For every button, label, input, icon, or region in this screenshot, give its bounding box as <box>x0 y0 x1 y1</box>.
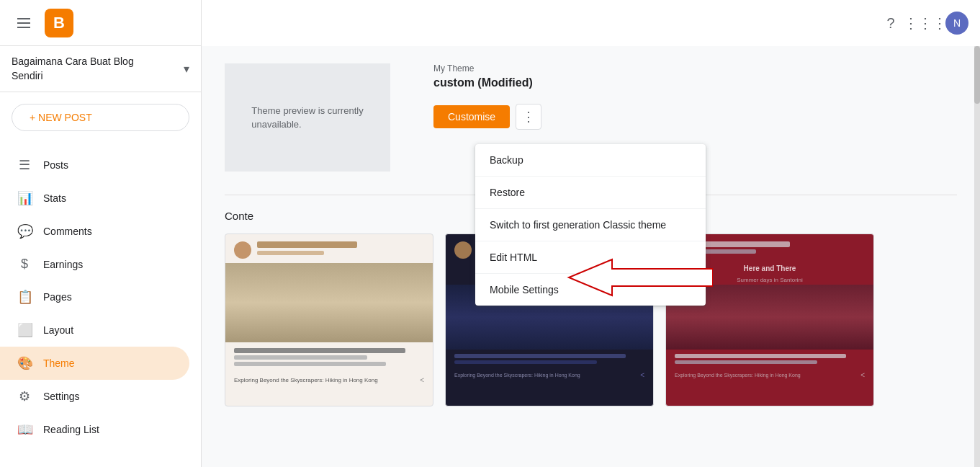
main-content: ? ⋮⋮⋮ N Theme preview is currently unava… <box>202 0 980 467</box>
posts-label: Posts <box>43 159 68 171</box>
comments-label: Comments <box>43 226 92 237</box>
stats-label: Stats <box>43 192 66 204</box>
sidebar-nav: ☰ Posts 📊 Stats 💬 Comments $ Earnings 📋 … <box>0 143 201 467</box>
sidebar: B Bagaimana Cara Buat Blog Sendiri ▾ + N… <box>0 0 202 467</box>
dropdown-item-restore[interactable]: Restore <box>475 177 706 209</box>
sidebar-item-comments[interactable]: 💬 Comments <box>0 215 189 248</box>
card-avatar-1 <box>234 241 251 259</box>
earnings-icon: $ <box>17 257 32 272</box>
reading-list-label: Reading List <box>43 424 99 435</box>
card-caption-2: Exploring Beyond the Skyscrapers: Hiking… <box>454 373 580 378</box>
my-theme-label: My Theme <box>433 63 541 74</box>
posts-icon: ☰ <box>17 157 32 173</box>
stats-icon: 📊 <box>17 190 32 206</box>
dropdown-item-switch-classic[interactable]: Switch to first generation Classic theme <box>475 209 706 241</box>
blogger-logo: B <box>45 9 73 37</box>
top-bar: ? ⋮⋮⋮ N <box>202 0 980 46</box>
card-footer-1: Exploring Beyond the Skyscrapers: Hiking… <box>225 372 433 388</box>
dropdown-menu: Backup Restore Switch to first generatio… <box>475 144 706 306</box>
scrollbar[interactable] <box>974 46 980 467</box>
dropdown-item-edit-html[interactable]: Edit HTML <box>475 241 706 274</box>
layout-icon: ⬜ <box>17 322 32 338</box>
my-theme-section: My Theme custom (Modified) Customise ⋮ <box>433 63 541 130</box>
dropdown-item-mobile-settings[interactable]: Mobile Settings <box>475 274 706 306</box>
sidebar-item-earnings[interactable]: $ Earnings <box>0 248 189 280</box>
sidebar-item-stats[interactable]: 📊 Stats <box>0 182 189 215</box>
layout-label: Layout <box>43 324 73 336</box>
sidebar-item-layout[interactable]: ⬜ Layout <box>0 313 189 347</box>
sidebar-item-reading-list[interactable]: 📖 Reading List <box>0 413 189 446</box>
theme-label: Theme <box>43 357 75 369</box>
more-dots-icon: ⋮ <box>522 109 535 125</box>
blog-title-area[interactable]: Bagaimana Cara Buat Blog Sendiri ▾ <box>0 46 201 92</box>
new-post-button[interactable]: + NEW POST <box>12 104 189 131</box>
theme-preview-box: Theme preview is currently unavailable. <box>225 63 390 172</box>
card-arrow-1: < <box>420 376 424 384</box>
sidebar-item-theme[interactable]: 🎨 Theme <box>0 347 189 380</box>
sidebar-header: B <box>0 0 201 46</box>
customize-button[interactable]: Customise <box>433 105 510 128</box>
scrollbar-thumb[interactable] <box>974 46 980 104</box>
customize-area: Customise ⋮ <box>433 104 541 130</box>
my-theme-name: custom (Modified) <box>433 76 541 89</box>
theme-icon: 🎨 <box>17 355 32 371</box>
card-caption-3: Exploring Beyond the Skyscrapers: Hiking… <box>675 373 801 378</box>
card-arrow-2: < <box>640 371 644 379</box>
pages-icon: 📋 <box>17 289 32 305</box>
more-options-button[interactable]: ⋮ <box>516 104 541 130</box>
dropdown-item-backup[interactable]: Backup <box>475 144 706 177</box>
blog-dropdown-icon[interactable]: ▾ <box>184 62 189 76</box>
card-footer-3: Exploring Beyond the Skyscrapers: Hiking… <box>666 368 873 382</box>
settings-icon: ⚙ <box>17 388 32 404</box>
sidebar-item-posts[interactable]: ☰ Posts <box>0 148 189 182</box>
preview-unavailable-text: Theme preview is currently unavailable. <box>240 92 374 143</box>
avatar[interactable]: N <box>945 12 968 35</box>
card-footer-2: Exploring Beyond the Skyscrapers: Hiking… <box>446 368 653 382</box>
card-caption-1: Exploring Beyond the Skyscrapers: Hiking… <box>234 377 378 383</box>
reading-list-icon: 📖 <box>17 422 32 437</box>
theme-preview-section: Theme preview is currently unavailable. <box>225 63 390 172</box>
settings-label: Settings <box>43 391 80 402</box>
card-arrow-3: < <box>860 371 865 379</box>
sidebar-item-settings[interactable]: ⚙ Settings <box>0 380 189 413</box>
earnings-label: Earnings <box>43 259 83 270</box>
blog-title: Bagaimana Cara Buat Blog Sendiri <box>12 55 134 83</box>
google-apps-button[interactable]: ⋮⋮⋮ <box>911 9 940 37</box>
card-avatar-2 <box>454 241 472 259</box>
theme-card-light[interactable]: Exploring Beyond the Skyscrapers: Hiking… <box>225 234 433 406</box>
help-button[interactable]: ? <box>876 9 905 37</box>
pages-label: Pages <box>43 291 72 303</box>
sidebar-item-pages[interactable]: 📋 Pages <box>0 280 189 313</box>
hamburger-menu[interactable] <box>12 12 36 34</box>
comments-icon: 💬 <box>17 223 32 239</box>
